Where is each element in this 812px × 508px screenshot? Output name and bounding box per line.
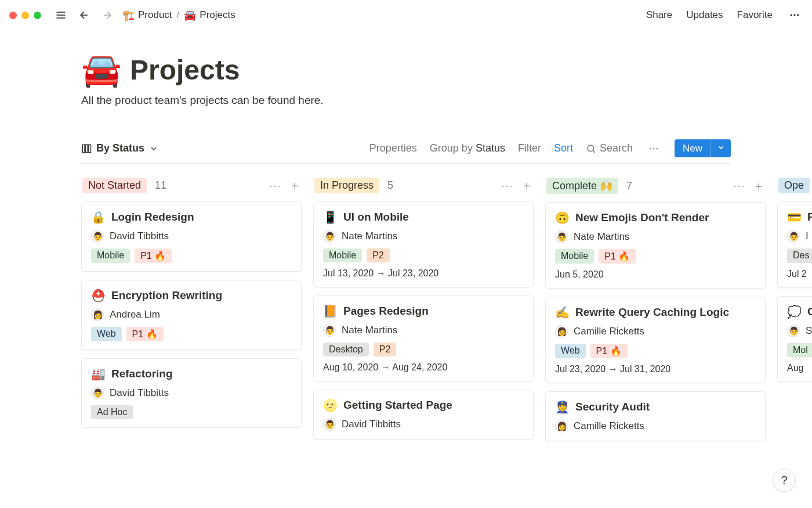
page-icon[interactable]: 🚘 [81,53,122,86]
avatar: 👩 [555,420,568,433]
help-button[interactable]: ? [773,469,796,492]
nav-back-button[interactable] [76,7,92,23]
svg-rect-9 [86,145,88,153]
assignee-name: Camille Ricketts [574,326,644,337]
column-more-icon[interactable]: ⋯ [269,179,281,193]
filter-button[interactable]: Filter [518,142,541,154]
board-card[interactable]: 🌝Getting Started Page👨David Tibbitts [313,390,534,439]
properties-button[interactable]: Properties [369,142,417,154]
page-description[interactable]: All the product team's projects can be f… [81,94,731,107]
board-card[interactable]: 👮Security Audit👩Camille Ricketts [545,391,766,441]
tag: Mobile [91,248,130,263]
board-card[interactable]: ✍️Rewrite Query Caching Logic👩Camille Ri… [545,297,766,383]
maximize-window-button[interactable] [34,12,41,19]
view-selector[interactable]: By Status [81,142,158,154]
minimize-window-button[interactable] [21,12,29,19]
card-title-row: 📱UI on Mobile [323,210,524,224]
card-assignee: 👨Nate Martins [323,324,524,337]
svg-point-14 [652,147,654,149]
board-card[interactable]: 🔒Login Redesign👨David TibbittsMobileP1 🔥 [81,201,302,272]
column-add-button[interactable]: ＋ [521,178,532,193]
column-count: 7 [626,180,632,192]
column-count: 11 [155,179,166,192]
column-more-icon[interactable]: ⋯ [733,179,745,193]
board-card[interactable]: 🙃New Emojis Don't Render👨Nate MartinsMob… [545,202,766,289]
board-card[interactable]: 📙Pages Redesign👨Nate MartinsDesktopP2Aug… [313,296,534,381]
new-button[interactable]: New [675,139,731,157]
page-content: 🚘 Projects All the product team's projec… [0,30,812,449]
card-tags: MolP4 [787,343,812,357]
toolbar-more-icon[interactable] [646,140,662,157]
assignee-name: Camille Ricketts [574,420,644,432]
sort-button[interactable]: Sort [554,142,573,154]
tag: P1 🔥 [590,344,628,358]
board-card[interactable]: ⛑️Encryption Rewriting👩Andrea LimWebP1 🔥 [81,280,302,350]
column-header: Ope⋯＋ [777,174,812,201]
column-status-pill[interactable]: Complete 🙌 [546,178,618,194]
menu-icon[interactable] [53,7,69,23]
updates-button[interactable]: Updates [686,9,723,21]
card-icon: ⛑️ [91,289,106,302]
breadcrumb-label: Projects [200,9,235,21]
column-add-button[interactable]: ＋ [753,178,764,194]
svg-point-15 [656,147,658,149]
card-assignee: 👨S [787,325,812,337]
card-date: Jun 5, 2020 [555,269,756,280]
card-tags: Ad Hoc [91,405,292,419]
column-status-pill[interactable]: Not Started [82,178,147,193]
card-icon: 💳 [787,210,802,224]
card-title-row: 📙Pages Redesign [323,304,524,318]
card-title-row: 💳F [787,210,812,224]
card-date: Jul 13, 2020 → Jul 23, 2020 [323,268,524,279]
tag: Web [91,327,122,341]
column-add-button[interactable]: ＋ [289,178,300,193]
card-tags: DesktopP2 [323,343,524,356]
more-icon[interactable] [786,7,803,23]
svg-point-11 [588,145,594,152]
breadcrumb-product[interactable]: 🏗️ Product [122,9,172,21]
tag: Mobile [555,249,594,264]
nav-forward-button[interactable] [99,7,115,23]
search-button[interactable]: Search [586,142,633,154]
card-title: Rewrite Query Caching Logic [575,306,729,319]
board-card[interactable]: 📱UI on Mobile👨Nate MartinsMobileP2Jul 13… [313,201,534,287]
assignee-name: David Tibbitts [110,230,169,242]
card-title-row: 💭C [787,305,812,319]
new-button-dropdown[interactable] [710,139,731,157]
avatar: 👩 [555,325,568,338]
card-title: Login Redesign [111,211,194,224]
board-card[interactable]: 💳F👨IDesP1 🔥Jul 2 [777,201,812,288]
favorite-button[interactable]: Favorite [737,9,773,21]
page-title[interactable]: Projects [130,54,240,86]
card-icon: 🌝 [323,398,338,412]
card-tags: MobileP2 [323,248,524,262]
card-icon: 🏭 [91,367,106,381]
avatar: 👨 [91,230,104,243]
column-more-icon[interactable]: ⋯ [501,179,513,193]
card-assignee: 👩Camille Ricketts [555,420,756,433]
breadcrumb-projects[interactable]: 🚘 Projects [184,9,235,21]
close-window-button[interactable] [9,12,17,19]
board-card[interactable]: 💭C👨SMolP4Aug [777,296,812,382]
card-tags: MobileP1 🔥 [91,248,292,263]
card-tags: WebP1 🔥 [91,327,292,341]
assignee-name: Andrea Lim [110,309,160,320]
group-by-button[interactable]: Group by Status [430,142,505,154]
column-status-pill[interactable]: Ope [778,178,810,193]
svg-point-7 [797,14,799,16]
board-card[interactable]: 🏭Refactoring👨David TibbittsAd Hoc [81,358,302,428]
svg-line-12 [593,150,594,152]
card-title-row: 👮Security Audit [555,400,756,414]
share-button[interactable]: Share [646,9,672,21]
card-title: New Emojis Don't Render [575,211,709,224]
tag: Mol [787,343,812,357]
card-title-row: 🙃New Emojis Don't Render [555,211,756,225]
svg-point-6 [793,14,795,16]
board-column: Ope⋯＋💳F👨IDesP1 🔥Jul 2💭C👨SMolP4Aug [777,174,812,449]
card-title: Security Audit [575,401,650,413]
tag: P2 [367,248,390,262]
column-status-pill[interactable]: In Progress [314,178,379,193]
column-header: Not Started11⋯＋ [81,174,302,201]
assignee-name: David Tibbitts [342,419,401,430]
card-icon: 💭 [787,305,802,319]
